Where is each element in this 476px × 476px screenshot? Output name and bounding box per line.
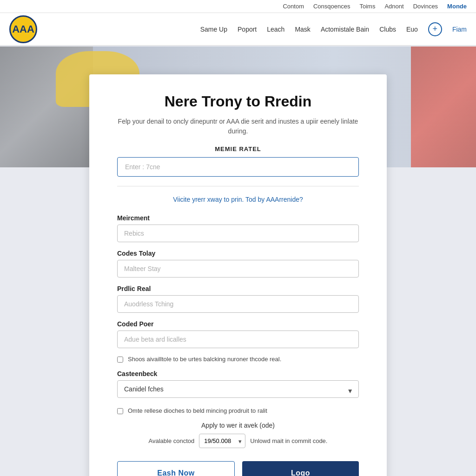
checkbox1-row: Shoos aivailltole to be urtes balcking n… — [117, 356, 359, 363]
member-rate-input[interactable] — [117, 157, 359, 177]
field2-input[interactable] — [117, 260, 359, 278]
checkbox2[interactable] — [117, 408, 123, 414]
nav-clubs[interactable]: Clubs — [379, 26, 396, 33]
nav-mask[interactable]: Mask — [295, 26, 310, 33]
checkbox1-label: Shoos aivailltole to be urtes balcking n… — [128, 356, 281, 363]
nav-items: Same Up Poport Leach Mask Actomistale Ba… — [200, 22, 467, 36]
field3-input[interactable] — [117, 295, 359, 313]
top-bar: Contom Consqoences Toims Adnont Dovinces… — [0, 0, 476, 13]
field1-label: Meircment — [117, 214, 359, 222]
available-note: Unlowd mait in commit code. — [250, 437, 327, 444]
content-area: Nere Trony to Rredin Felp your denail to… — [0, 46, 476, 476]
aaa-logo[interactable]: AAA — [9, 15, 37, 43]
field4-label: Coded Poer — [117, 320, 359, 328]
member-rate-label: MEMIE RATEL — [117, 145, 359, 152]
field4-input[interactable] — [117, 331, 359, 348]
card-subtitle: Felp your denail to oncly dinepuntr or A… — [117, 117, 359, 136]
divider — [117, 186, 359, 186]
nav-actomistale-bain[interactable]: Actomistale Bain — [321, 26, 369, 33]
apply-row: Avalable conctod 19/50.008 Unlowd mait i… — [117, 434, 359, 448]
main-nav: AAA Same Up Poport Leach Mask Actomistal… — [0, 13, 476, 46]
nav-fiam[interactable]: Fiam — [452, 26, 467, 33]
checkbox2-row: Omte rellese dioches to beld mincing pro… — [117, 407, 359, 414]
dropdown-wrapper: Canidel fches — [117, 380, 359, 403]
nav-euo[interactable]: Euo — [406, 26, 418, 33]
topbar-item-adnont[interactable]: Adnont — [384, 3, 403, 10]
topbar-item-dovinces[interactable]: Dovinces — [413, 3, 438, 10]
secondary-button[interactable]: Eash Now — [117, 461, 235, 476]
card-title: Nere Trony to Rredin — [117, 93, 359, 110]
button-row: Eash Now Logo — [117, 461, 359, 476]
main-card: Nere Trony to Rredin Felp your denail to… — [89, 74, 387, 476]
available-select[interactable]: 19/50.008 — [199, 434, 245, 448]
topbar-item-toims[interactable]: Toims — [359, 3, 375, 10]
checkbox1[interactable] — [117, 357, 123, 363]
dropdown-select[interactable]: Canidel fches — [117, 380, 359, 398]
dropdown-label: Casteenbeck — [117, 370, 359, 377]
checkbox2-label: Omte rellese dioches to beld mincing pro… — [128, 407, 267, 414]
apply-text: Apply to wer it avek (ode) — [117, 422, 359, 429]
topbar-item-monde[interactable]: Monde — [447, 3, 467, 10]
nav-plus-button[interactable]: + — [428, 22, 442, 36]
topbar-item-contom[interactable]: Contom — [283, 3, 304, 10]
available-label: Avalable conctod — [149, 437, 195, 444]
available-select-wrapper: 19/50.008 — [199, 434, 245, 448]
topbar-item-consqoences[interactable]: Consqoences — [313, 3, 350, 10]
nav-leach[interactable]: Leach — [267, 26, 284, 33]
nav-poport[interactable]: Poport — [238, 26, 257, 33]
field2-label: Codes Tolay — [117, 250, 359, 257]
field3-label: Prdlic Real — [117, 285, 359, 292]
primary-button[interactable]: Logo — [242, 461, 359, 476]
field1-input[interactable] — [117, 225, 359, 242]
nav-same-up[interactable]: Same Up — [200, 26, 227, 33]
validate-link[interactable]: Viicite yrerr xway to prin. Tod by AAArr… — [117, 196, 359, 203]
